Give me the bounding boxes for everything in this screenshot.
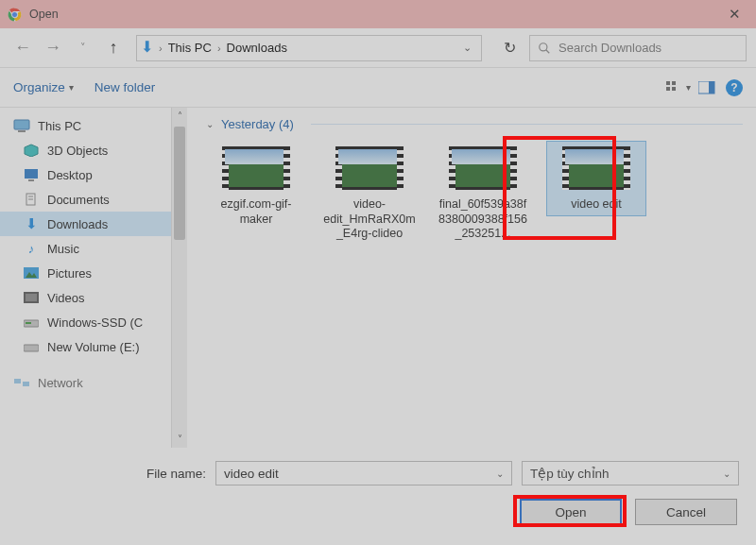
tree-new-volume[interactable]: New Volume (E:) — [0, 334, 187, 359]
tree-label: Desktop — [47, 168, 93, 182]
back-button[interactable]: ← — [9, 35, 36, 61]
svg-rect-22 — [26, 294, 37, 301]
svg-rect-8 — [672, 87, 676, 91]
preview-pane-icon — [698, 81, 715, 94]
tree-desktop[interactable]: Desktop — [0, 162, 187, 187]
titlebar: Open ✕ — [0, 0, 756, 28]
tree-label: Documents — [47, 193, 110, 207]
drive-icon — [23, 340, 40, 353]
video-thumb-icon — [449, 146, 517, 190]
tree-label: Videos — [47, 291, 85, 305]
video-thumb-icon — [335, 146, 404, 190]
chevron-down-icon[interactable]: ⌄ — [496, 468, 504, 479]
view-grid-icon — [666, 81, 683, 94]
svg-line-4 — [546, 49, 550, 53]
arrow-right-icon: → — [44, 38, 61, 58]
filter-value: Tệp tùy chỉnh — [530, 466, 610, 481]
tree-this-pc[interactable]: This PC — [0, 113, 187, 138]
window-title: Open — [29, 8, 713, 21]
svg-rect-27 — [23, 382, 29, 386]
cube-icon — [23, 144, 40, 157]
arrow-left-icon: ← — [14, 38, 31, 58]
tree-pictures[interactable]: Pictures — [0, 261, 187, 285]
refresh-button[interactable]: ↻ — [493, 39, 525, 57]
filename-label: File name: — [17, 467, 206, 481]
svg-rect-7 — [666, 87, 670, 91]
svg-rect-12 — [18, 130, 26, 132]
toolbar: Organize ▾ New folder ▾ — [0, 68, 756, 108]
documents-icon — [23, 193, 40, 206]
open-button[interactable]: Open — [520, 499, 622, 525]
svg-rect-10 — [709, 81, 714, 94]
chevron-down-icon[interactable]: ⌄ — [723, 468, 730, 479]
svg-rect-11 — [14, 120, 29, 129]
scroll-thumb[interactable] — [174, 127, 185, 240]
help-button[interactable]: ? — [726, 79, 743, 96]
group-divider — [311, 124, 743, 125]
tree-label: This PC — [38, 119, 81, 133]
chevron-down-icon: ▾ — [686, 82, 691, 93]
chevron-down-icon: ˅ — [80, 42, 86, 54]
cancel-button[interactable]: Cancel — [635, 499, 737, 525]
tree-label: 3D Objects — [47, 144, 108, 158]
file-area[interactable]: ⌄ Yesterday (4) ezgif.com-gif-maker vide… — [187, 108, 756, 448]
group-header[interactable]: ⌄ Yesterday (4) — [206, 117, 743, 131]
breadcrumb-folder[interactable]: Downloads — [227, 41, 287, 55]
tree-videos[interactable]: Videos — [0, 285, 187, 310]
tree-label: Pictures — [47, 266, 92, 281]
music-icon: ♪ — [23, 242, 40, 255]
close-button[interactable]: ✕ — [713, 0, 756, 28]
tree-scrollbar[interactable]: ˄ ˅ — [171, 108, 187, 448]
organize-menu[interactable]: Organize ▾ — [13, 80, 74, 94]
chevron-down-icon: ⌄ — [463, 42, 472, 53]
view-options-button[interactable]: ▾ — [669, 78, 688, 97]
refresh-icon: ↻ — [504, 40, 516, 56]
file-list: ezgif.com-gif-maker video-edit_HmRaRX0m_… — [206, 141, 743, 246]
open-label: Open — [555, 505, 586, 519]
svg-rect-25 — [24, 345, 39, 351]
file-type-filter[interactable]: Tệp tùy chỉnh ⌄ — [522, 461, 739, 485]
chevron-down-icon: ▾ — [69, 82, 74, 93]
tree-label: Network — [38, 376, 83, 390]
bottom-panel: File name: video edit ⌄ Tệp tùy chỉnh ⌄ … — [0, 448, 756, 542]
pc-icon — [13, 119, 30, 132]
tree-documents[interactable]: Documents — [0, 187, 187, 212]
download-icon: ⬇ — [23, 217, 40, 230]
nav-tree: This PC 3D Objects Desktop Documents — [0, 108, 187, 448]
tree-windows-ssd[interactable]: Windows-SSD (C — [0, 310, 187, 334]
new-folder-button[interactable]: New folder — [94, 80, 156, 94]
tree-label: Music — [47, 242, 79, 256]
svg-rect-14 — [25, 169, 38, 179]
filename-input[interactable]: video edit ⌄ — [215, 461, 512, 485]
scroll-down-icon[interactable]: ˅ — [172, 431, 187, 448]
up-button[interactable]: ↑ — [100, 35, 127, 61]
file-label: ezgif.com-gif-maker — [210, 197, 302, 227]
tree-3d-objects[interactable]: 3D Objects — [0, 138, 187, 162]
file-item[interactable]: final_60f539a38f8380009388f156_253251... — [433, 141, 533, 246]
search-placeholder: Search Downloads — [558, 41, 662, 55]
tree-network[interactable]: Network — [0, 370, 187, 395]
tree-music[interactable]: ♪ Music — [0, 236, 187, 261]
forward-button[interactable]: → — [40, 35, 66, 61]
nav-row: ← → ˅ ↑ ⬇ › This PC › Downloads ⌄ ↻ — [0, 28, 756, 68]
svg-marker-13 — [25, 145, 38, 157]
preview-pane-button[interactable] — [697, 78, 716, 97]
file-item[interactable]: video-edit_HmRaRX0m_E4rg-clideo — [319, 141, 420, 246]
file-label: final_60f539a38f8380009388f156_253251... — [437, 197, 529, 242]
network-icon — [13, 376, 30, 389]
search-input[interactable]: Search Downloads — [529, 35, 747, 61]
arrow-up-icon: ↑ — [110, 38, 118, 58]
help-icon: ? — [730, 81, 737, 94]
breadcrumb[interactable]: ⬇ › This PC › Downloads ⌄ — [136, 35, 482, 61]
scroll-up-icon[interactable]: ˄ — [172, 108, 187, 125]
file-item[interactable]: ezgif.com-gif-maker — [206, 141, 306, 230]
svg-rect-26 — [14, 379, 21, 383]
tree-downloads[interactable]: ⬇ Downloads — [0, 212, 187, 236]
cancel-label: Cancel — [666, 505, 706, 519]
file-label: video edit — [550, 197, 643, 213]
breadcrumb-root[interactable]: This PC — [168, 41, 212, 55]
breadcrumb-dropdown[interactable]: ⌄ — [463, 42, 477, 54]
dialog-body: This PC 3D Objects Desktop Documents — [0, 108, 756, 448]
file-item-selected[interactable]: video edit — [546, 141, 646, 216]
recent-locations-button[interactable]: ˅ — [70, 35, 96, 61]
